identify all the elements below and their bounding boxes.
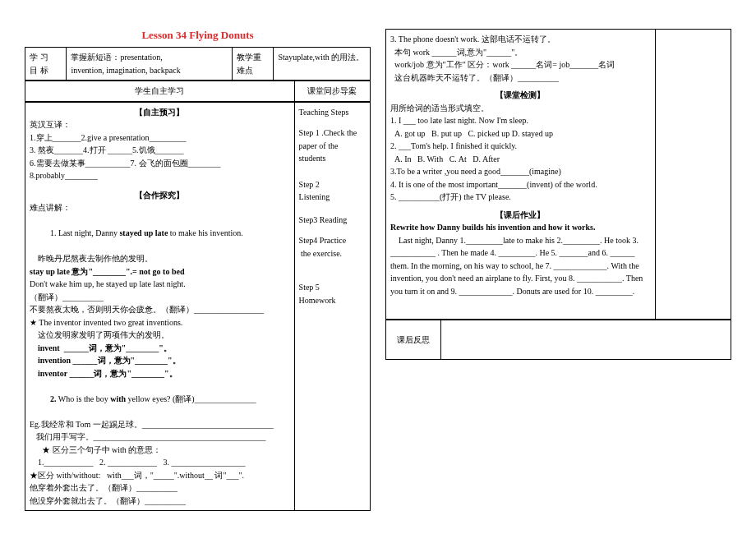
check-intro: 用所给词的适当形式填空。	[390, 102, 651, 115]
rline: 本句 work ______词,意为"______"。	[390, 46, 651, 59]
preview-item: 8.probably________	[30, 169, 290, 182]
item2: 2. Who is the boy with yellow eyes? (翻译)…	[30, 380, 290, 418]
steps-column: Teaching Steps Step 1 .Check the paper o…	[294, 102, 370, 511]
step2: Step 2 Listening	[299, 178, 366, 204]
stay-up-line: stay up late 意为"________".= not go to be…	[30, 265, 290, 279]
out2: 他没穿外套就出去了。（翻译）__________	[30, 495, 290, 508]
right-left-content: 3. The phone doesn't work. 这部电话不运转了。 本句 …	[386, 30, 656, 320]
check-header: 【课堂检测】	[390, 89, 651, 102]
goal-label: 学 习 目 标	[25, 48, 67, 81]
preview-header: 【自主预习】	[30, 106, 290, 119]
title: Lesson 34 Flying Donuts	[25, 29, 371, 42]
coop-header: 【合作探究】	[30, 189, 290, 202]
self-study-header: 学生自主学习	[25, 81, 295, 102]
star-cn: 这位发明家发明了两项伟大的发明。	[30, 329, 290, 342]
invent-line: inventor ______词，意为"________"。	[30, 367, 290, 380]
homework-title: Rewrite how Danny builds his invention a…	[390, 221, 651, 234]
invent-line: invention ______词，意为"________"。	[30, 354, 290, 367]
out1: 他穿着外套出去了。（翻译）__________	[30, 481, 290, 495]
check-item: 5. __________(打开) the TV please.	[390, 191, 651, 204]
step5: Step 5 Homework	[299, 281, 366, 306]
reflect-table: 课后反思	[385, 320, 731, 360]
step4: Step4 Practice the exercise.	[299, 234, 366, 260]
preview-item: 6.需要去做某事___________7. 会飞的面包圈________	[30, 157, 290, 170]
check-item: A. In B. With C. At D. After	[390, 153, 651, 166]
star3: ★区分 with/without: with___词，"_____".witho…	[30, 469, 290, 482]
check-item: 3.To be a writer ,you need a good_______…	[390, 165, 651, 178]
translate-line: （翻译）__________	[30, 291, 290, 304]
focus-text: Stayuplate,with 的用法。	[274, 48, 371, 81]
focus-label: 教学重 难点	[232, 48, 273, 81]
reflect-empty	[441, 320, 731, 360]
coop-line: 1. Last night, Danny stayed up late to m…	[30, 214, 290, 253]
sync-header: 课堂同步导案	[294, 81, 370, 102]
right-empty-col	[655, 30, 731, 320]
check-item: 1. I ___ too late last night. Now I'm sl…	[390, 114, 651, 127]
check-item: A. got up B. put up C. picked up D. stay…	[390, 127, 651, 140]
goal-text: 掌握新短语：presentation, invention, imaginati…	[67, 48, 233, 81]
rline: 3. The phone doesn't work. 这部电话不运转了。	[390, 33, 651, 46]
star-line: ★ The inventor invented two great invent…	[30, 316, 290, 329]
right-content: 3. The phone doesn't work. 这部电话不运转了。 本句 …	[385, 29, 731, 320]
preview-item: 3. 熬夜_______4.打开 ______5.饥饿_______	[30, 144, 290, 157]
invent-line: invent ______词，意为"________"。	[30, 342, 290, 355]
star2: ★ 区分三个句子中 with 的意思：	[30, 444, 290, 457]
write-line: 我们用手写字。_________________________________…	[30, 430, 290, 444]
main-content: 【自主预习】 英汉互译： 1.穿上_______2.give a present…	[25, 102, 371, 512]
check-item: 2. ___Tom's help. I finished it quickly.	[390, 140, 651, 153]
homework-header: 【课后作业】	[390, 209, 651, 222]
homework-text: Last night, Danny 1._________late to mak…	[390, 234, 651, 298]
left-content: 【自主预习】 英汉互译： 1.穿上_______2.give a present…	[25, 102, 295, 511]
check-item: 4. It is one of the most important______…	[390, 178, 651, 191]
headers-row: 学生自主学习 课堂同步导案	[25, 81, 371, 102]
step1: Step 1 .Check the paper of the students	[299, 127, 366, 165]
reflect-label: 课后反思	[386, 320, 441, 360]
sleep-line: 不要熬夜太晚，否则明天你会疲惫。（翻译）_________________	[30, 303, 290, 316]
coop-line: 昨晚丹尼熬夜去制作他的发明。	[30, 252, 290, 265]
step3: Step3 Reading	[299, 214, 366, 227]
dont-wake: Don't wake him up, he stayed up late las…	[30, 278, 290, 291]
steps-header: Teaching Steps	[299, 106, 366, 119]
eg-line: Eg.我经常和 Tom 一起踢足球。______________________…	[30, 418, 290, 431]
preview-intro: 英汉互译：	[30, 118, 290, 131]
goal-table: 学 习 目 标 掌握新短语：presentation, invention, i…	[25, 47, 371, 81]
star2-items: 1.____________ 2. ____________ 3. ______…	[30, 456, 290, 469]
rline: 这台机器昨天不运转了。（翻译）__________	[390, 71, 651, 85]
preview-item: 1.穿上_______2.give a presentation________…	[30, 131, 290, 145]
coop-intro: 难点讲解：	[30, 201, 290, 214]
rline: work/job 意为"工作" 区分：work ______名词= job___…	[390, 58, 651, 71]
